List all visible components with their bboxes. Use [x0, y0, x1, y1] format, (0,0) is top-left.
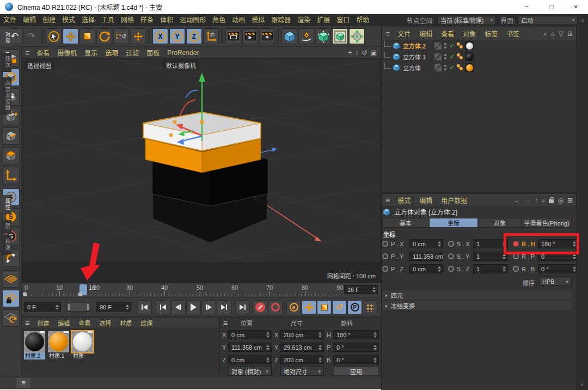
- sz-field[interactable]: 1: [473, 264, 508, 273]
- lock-icon[interactable]: [549, 199, 554, 203]
- menu-volume[interactable]: 体积: [157, 14, 176, 26]
- layer-toggle-icon[interactable]: [434, 53, 442, 60]
- key-circle-icon[interactable]: [382, 266, 388, 272]
- end-frame-field[interactable]: 90 F: [96, 302, 131, 312]
- move-tool[interactable]: [63, 28, 78, 44]
- viewport-pan-icon[interactable]: +: [348, 49, 352, 57]
- keyframe-selection-button[interactable]: [286, 300, 301, 314]
- menu-mograph[interactable]: 运动图形: [176, 14, 209, 26]
- menu-render[interactable]: 渲染: [294, 14, 314, 26]
- lock-y-axis-button[interactable]: Y: [169, 28, 185, 44]
- material-menu-select[interactable]: 选择: [95, 319, 115, 327]
- material-preview-sphere[interactable]: [24, 331, 45, 352]
- material-tag-white[interactable]: [465, 41, 474, 50]
- search-icon[interactable]: ⌕: [542, 197, 546, 204]
- menu-mode[interactable]: 模式: [59, 14, 78, 26]
- material-name[interactable]: 材质.1: [48, 352, 69, 359]
- material-tag-black[interactable]: [465, 52, 474, 61]
- viewport-menu-panel[interactable]: 面板: [143, 48, 163, 57]
- menu-select[interactable]: 选择: [78, 14, 98, 26]
- side-tab-content-browser[interactable]: 内容浏览器: [1, 77, 11, 114]
- up-icon[interactable]: ↑: [535, 197, 538, 204]
- side-tab-structure[interactable]: 构造: [1, 235, 11, 254]
- workplane-button[interactable]: [2, 270, 20, 288]
- record-keyframe-button[interactable]: [253, 300, 267, 314]
- viewport-menu-view[interactable]: 查看: [33, 48, 53, 57]
- status-hamburger-icon[interactable]: ≡: [16, 378, 30, 388]
- rotation-h-field[interactable]: 180 °: [333, 330, 379, 339]
- tab-coordinates[interactable]: 坐标: [429, 218, 478, 228]
- key-circle-red-icon[interactable]: [513, 241, 519, 247]
- tab-phong[interactable]: 平滑着色(Phong): [522, 218, 572, 228]
- live-selection-tool[interactable]: [46, 28, 62, 44]
- om-menu-object[interactable]: 对象: [458, 29, 480, 38]
- material-menu-material[interactable]: 材质: [115, 319, 136, 327]
- menu-file[interactable]: 文件: [0, 14, 20, 26]
- current-frame-field[interactable]: 16 F: [344, 285, 378, 294]
- enabled-check-icon[interactable]: ✓: [449, 64, 455, 71]
- psr-last-tool[interactable]: P S R↺: [113, 28, 129, 44]
- forward-icon[interactable]: →: [524, 197, 531, 204]
- sy-field[interactable]: 1: [473, 252, 508, 261]
- add-spline-pen-button[interactable]: [298, 28, 314, 44]
- material-menu-edit[interactable]: 编辑: [53, 319, 74, 327]
- render-settings-button[interactable]: ✱: [259, 28, 275, 44]
- enable-axis-button[interactable]: [2, 167, 20, 184]
- side-tab-attributes[interactable]: 属性: [1, 195, 11, 214]
- camera-label[interactable]: 默认摄像机: [163, 60, 199, 70]
- key-circle-icon[interactable]: [382, 253, 388, 259]
- redo-button[interactable]: ↷: [23, 28, 39, 44]
- visibility-dots-icon[interactable]: [444, 54, 446, 59]
- render-view-button[interactable]: [225, 28, 241, 44]
- home-icon[interactable]: ⌂: [550, 30, 554, 38]
- keyframe-marker[interactable]: [23, 292, 27, 296]
- play-button[interactable]: [186, 300, 201, 314]
- object-row-cube[interactable]: 立方体 ✓: [383, 62, 474, 73]
- menu-animate[interactable]: 动画: [229, 14, 248, 26]
- viewport-orbit-icon[interactable]: ↺: [362, 49, 367, 57]
- object-name[interactable]: 立方体: [403, 63, 434, 72]
- search-icon[interactable]: ⌕: [543, 30, 547, 38]
- rp-field[interactable]: 0: [538, 252, 578, 261]
- visibility-dots-icon[interactable]: [444, 65, 446, 70]
- material-name[interactable]: 材质.2: [24, 352, 45, 359]
- menu-spline[interactable]: 样条: [137, 14, 157, 26]
- rb-field[interactable]: 0 °: [538, 264, 578, 273]
- menu-help[interactable]: 帮助: [353, 14, 372, 26]
- previous-frame-button[interactable]: [171, 300, 186, 314]
- menu-tools[interactable]: 工具: [98, 14, 118, 26]
- size-z-field[interactable]: 200 cm: [280, 355, 324, 364]
- node-space-dropdown[interactable]: 当前 (标准/物理)▾: [437, 16, 496, 25]
- material-tile[interactable]: 材质.1: [48, 331, 69, 359]
- menu-create[interactable]: 创建: [39, 14, 59, 26]
- rotate-tool[interactable]: [96, 28, 112, 44]
- am-menu-userdata[interactable]: 用户数据: [437, 196, 471, 205]
- py-field[interactable]: 111.358 cm: [409, 252, 443, 261]
- active-tool-move[interactable]: [130, 28, 146, 44]
- align-workplane-button[interactable]: [2, 309, 20, 327]
- rotation-b-field[interactable]: 0 °: [333, 355, 379, 364]
- record-scale-toggle[interactable]: [317, 300, 332, 314]
- add-panel-icon[interactable]: ⊞: [567, 197, 573, 204]
- viewport-scene[interactable]: [22, 59, 381, 283]
- add-field-object-button[interactable]: [349, 28, 365, 44]
- material-tile[interactable]: 材质.2: [24, 331, 45, 359]
- rh-field[interactable]: 180 °: [538, 239, 578, 248]
- material-preview-sphere[interactable]: [48, 331, 69, 352]
- coordinate-mode-dropdown[interactable]: 对象 (相对)▾: [228, 367, 272, 376]
- lock-x-axis-button[interactable]: X: [152, 28, 168, 44]
- size-y-field[interactable]: 29.613 cm: [280, 343, 324, 352]
- om-menu-tags[interactable]: 标签: [480, 29, 502, 38]
- menu-mesh[interactable]: 网格: [118, 14, 137, 26]
- interface-dropdown[interactable]: 启动▾: [518, 16, 578, 25]
- pz-field[interactable]: 0 cm: [409, 264, 443, 273]
- layer-toggle-icon[interactable]: [434, 42, 442, 50]
- om-menu-file[interactable]: 文件: [393, 29, 415, 38]
- goto-end-button[interactable]: [235, 300, 250, 314]
- menu-window[interactable]: 窗口: [333, 14, 353, 26]
- phong-tag-icon[interactable]: [457, 53, 463, 60]
- material-menu-create[interactable]: 创建: [33, 319, 53, 327]
- phong-tag-icon[interactable]: [457, 64, 463, 71]
- size-x-field[interactable]: 200 cm: [280, 330, 324, 339]
- target-icon[interactable]: ◎: [558, 197, 563, 204]
